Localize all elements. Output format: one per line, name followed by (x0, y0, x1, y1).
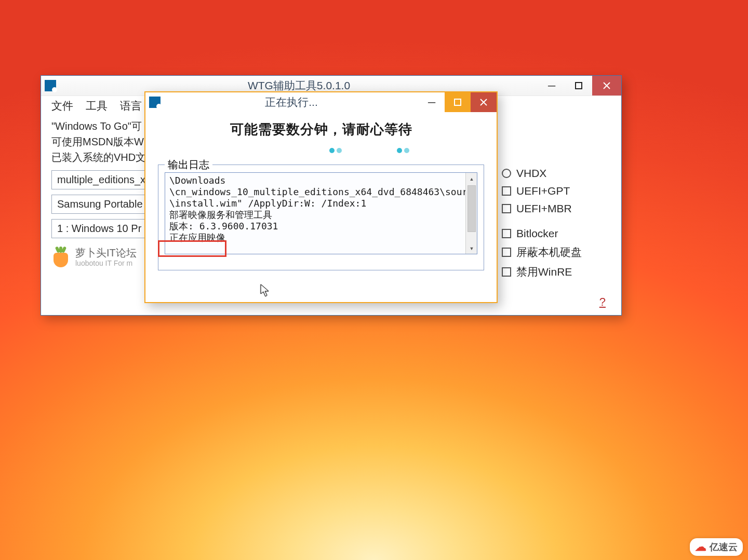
log-groupbox: 输出日志 \Downloads \cn_windows_10_multiple_… (158, 165, 484, 270)
options-panel: VHDX UEFI+GPT UEFI+MBR Bitlocker 屏蔽本机硬盘 … (502, 167, 611, 284)
dialog-close-button[interactable] (471, 92, 497, 112)
image-path-field[interactable]: multiple_editions_x (51, 170, 155, 189)
help-link[interactable]: ? (599, 295, 606, 309)
menu-language[interactable]: 语言 (120, 99, 142, 113)
scroll-up-icon[interactable]: ▴ (466, 173, 477, 184)
main-window-title: WTG辅助工具5.0.1.0 (60, 78, 538, 93)
opt-uefi-mbr[interactable]: UEFI+MBR (502, 202, 611, 215)
dialog-maximize-button[interactable] (445, 92, 471, 112)
forum-name: 萝卜头IT论坛 (75, 248, 137, 258)
maximize-button[interactable] (565, 76, 592, 95)
menu-tools[interactable]: 工具 (86, 99, 108, 113)
opt-uefi-gpt[interactable]: UEFI+GPT (502, 185, 611, 197)
watermark: ☁ 亿速云 (690, 538, 743, 556)
progress-indicator (158, 148, 484, 155)
log-legend: 输出日志 (165, 158, 212, 172)
edition-field[interactable]: 1 : Windows 10 Pr (51, 219, 155, 238)
dialog-minimize-button[interactable]: ─ (419, 92, 445, 112)
app-icon (41, 80, 60, 91)
dialog-body: 可能需要数分钟，请耐心等待 输出日志 \Downloads \cn_window… (145, 112, 497, 276)
cloud-icon: ☁ (695, 540, 706, 554)
watermark-text: 亿速云 (710, 541, 738, 553)
log-scrollbar[interactable]: ▴ ▾ (465, 173, 477, 254)
minimize-button[interactable]: ─ (538, 76, 565, 95)
svg-rect-3 (455, 99, 461, 105)
carrot-icon (51, 249, 70, 267)
drive-field[interactable]: Samsung Portable (51, 195, 155, 214)
dialog-app-icon (145, 97, 164, 108)
close-button[interactable] (592, 76, 621, 95)
opt-bitlocker[interactable]: Bitlocker (502, 227, 611, 240)
log-output[interactable]: \Downloads \cn_windows_10_multiple_editi… (165, 172, 477, 254)
opt-vhdx[interactable]: VHDX (502, 167, 611, 180)
dialog-titlebar[interactable]: 正在执行... ─ (145, 92, 497, 112)
scroll-thumb[interactable] (468, 185, 476, 232)
dialog-title: 正在执行... (164, 95, 419, 110)
opt-block-local[interactable]: 屏蔽本机硬盘 (502, 245, 611, 259)
wait-message: 可能需要数分钟，请耐心等待 (158, 120, 484, 139)
opt-disable-winre[interactable]: 禁用WinRE (502, 265, 611, 279)
scroll-down-icon[interactable]: ▾ (466, 242, 477, 254)
menu-file[interactable]: 文件 (51, 99, 73, 113)
svg-rect-0 (576, 83, 582, 89)
progress-dialog: 正在执行... ─ 可能需要数分钟，请耐心等待 输出日志 \Downloads … (144, 91, 498, 303)
forum-sub: luobotou IT For m (75, 258, 137, 268)
desktop-background: WTG辅助工具5.0.1.0 ─ 文件 工具 语言 "Windows To Go… (0, 0, 748, 560)
